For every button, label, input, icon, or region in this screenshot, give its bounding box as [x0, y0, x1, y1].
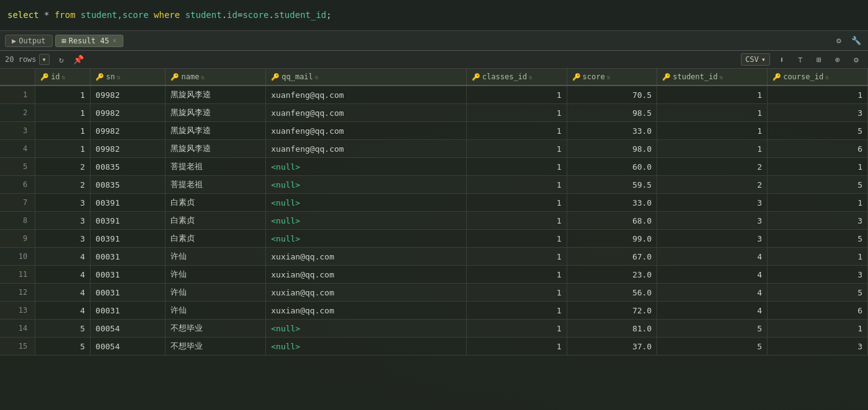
table-cell: <null>	[266, 230, 467, 248]
table-cell: 00031	[91, 248, 166, 266]
table-row[interactable]: 6200835菩提老祖<null>159.525	[0, 176, 868, 194]
table-cell: 5	[768, 176, 868, 194]
table-row[interactable]: 8300391白素贞<null>168.033	[0, 212, 868, 230]
col-header-course[interactable]: 🔑course_id⇅	[768, 69, 868, 85]
table-cell: 黑旋风李逵	[166, 122, 266, 140]
table-row[interactable]: 4109982黑旋风李逵xuanfeng@qq.com198.016	[0, 140, 868, 158]
table-cell: 5	[657, 338, 768, 355]
table-row[interactable]: 12400031许仙xuxian@qq.com156.045	[0, 284, 868, 302]
table-cell: 2	[657, 158, 768, 176]
table-cell: 1	[466, 248, 567, 266]
table-row[interactable]: 15500054不想毕业<null>137.053	[0, 338, 868, 355]
tab-output[interactable]: ▶ Output	[5, 35, 53, 47]
table-cell: 许仙	[166, 266, 266, 284]
wrench-button[interactable]: 🔧	[849, 34, 863, 48]
tab-toolbar: ▶ Output ⊞ Result 45 × ⚙ 🔧	[0, 31, 868, 51]
table-cell: 白素贞	[166, 230, 266, 248]
download-button[interactable]: ⬇	[775, 53, 789, 66]
tab-result45[interactable]: ⊞ Result 45 ×	[55, 35, 123, 47]
table-cell: 1	[466, 302, 567, 320]
table-cell: 1	[768, 194, 868, 212]
table-cell: 00054	[91, 320, 166, 338]
table-cell: 3	[768, 212, 868, 230]
refresh-button[interactable]: ↻	[55, 53, 68, 66]
table-cell: 00054	[91, 338, 166, 355]
table-cell: 白素贞	[166, 194, 266, 212]
results-table-container[interactable]: 🔑id⇅ 🔑sn⇅ 🔑name⇅ 🔑qq_mail⇅ 🔑classes_id⇅	[0, 69, 868, 410]
table-cell: 11	[0, 266, 35, 284]
col-header-classes[interactable]: 🔑classes_id⇅	[466, 69, 567, 85]
table-cell: 9	[0, 230, 35, 248]
results-toolbar: 20 rows ▾ ↻ 📌 CSV ▾ ⬇ ⊤ ⊞ ⊕ ⚙	[0, 51, 868, 69]
table-cell: 59.5	[567, 176, 657, 194]
table-cell: 5	[768, 230, 868, 248]
table-cell: 许仙	[166, 284, 266, 302]
table-cell: 菩提老祖	[166, 176, 266, 194]
table-cell: 菩提老祖	[166, 158, 266, 176]
table-row[interactable]: 1109982黑旋风李逵xuanfeng@qq.com170.511	[0, 85, 868, 104]
col-header-id[interactable]: 🔑id⇅	[35, 69, 91, 85]
key-icon-sn: 🔑	[95, 73, 104, 81]
query-text: select * from student,score where studen…	[7, 8, 332, 22]
settings-button[interactable]: ⚙	[832, 34, 846, 48]
query-editor[interactable]: select * from student,score where studen…	[0, 0, 868, 31]
sort-icon-qqmail: ⇅	[315, 74, 319, 81]
table-row[interactable]: 3109982黑旋风李逵xuanfeng@qq.com133.015	[0, 122, 868, 140]
table-cell: 1	[657, 140, 768, 158]
rows-dropdown[interactable]: ▾	[39, 54, 50, 65]
table-cell: 12	[0, 284, 35, 302]
table-cell: 白素贞	[166, 212, 266, 230]
table-cell: 4	[0, 140, 35, 158]
table-cell: 6	[768, 140, 868, 158]
table-cell: 3	[35, 212, 91, 230]
table-cell: xuanfeng@qq.com	[266, 140, 467, 158]
table-row[interactable]: 13400031许仙xuxian@qq.com172.046	[0, 302, 868, 320]
key-icon-course: 🔑	[773, 73, 781, 81]
table-cell: 33.0	[567, 122, 657, 140]
table-cell: 4	[35, 284, 91, 302]
table-cell: 3	[768, 338, 868, 355]
pin-button[interactable]: 📌	[73, 55, 84, 64]
table-cell: 许仙	[166, 302, 266, 320]
keyword-from: from	[55, 10, 76, 20]
sort-icon-sn: ⇅	[117, 74, 121, 81]
zoom-button[interactable]: ⊕	[831, 53, 844, 66]
table-row[interactable]: 14500054不想毕业<null>181.051	[0, 320, 868, 338]
table-cell: 黑旋风李逵	[166, 85, 266, 104]
table-cell: 1	[466, 104, 567, 122]
col-header-qqmail[interactable]: 🔑qq_mail⇅	[266, 69, 467, 85]
col-header-student[interactable]: 🔑student_id⇅	[657, 69, 768, 85]
table-cell: 4	[657, 248, 768, 266]
keyword-select: select	[7, 10, 39, 20]
table-cell: 5	[768, 122, 868, 140]
table-cell: 00031	[91, 266, 166, 284]
csv-selector[interactable]: CSV ▾	[741, 53, 770, 66]
table-cell: xuxian@qq.com	[266, 248, 467, 266]
chevron-down-icon: ▾	[42, 55, 46, 64]
table-cell: 8	[0, 212, 35, 230]
col-header-sn[interactable]: 🔑sn⇅	[91, 69, 166, 85]
table-row[interactable]: 10400031许仙xuxian@qq.com167.041	[0, 248, 868, 266]
table-cell: 1	[466, 338, 567, 355]
table-row[interactable]: 9300391白素贞<null>199.035	[0, 230, 868, 248]
rows-info: 20 rows ▾	[5, 54, 50, 65]
table-cell: 1	[768, 85, 868, 104]
table-cell: xuanfeng@qq.com	[266, 122, 467, 140]
table-row[interactable]: 2109982黑旋风李逵xuanfeng@qq.com198.513	[0, 104, 868, 122]
col-header-score[interactable]: 🔑score⇅	[567, 69, 657, 85]
table-settings-button[interactable]: ⚙	[849, 53, 863, 66]
columns-button[interactable]: ⊞	[812, 53, 826, 66]
table-body: 1109982黑旋风李逵xuanfeng@qq.com170.511210998…	[0, 85, 868, 355]
filter-button[interactable]: ⊤	[794, 53, 807, 66]
close-tab-icon[interactable]: ×	[113, 37, 117, 44]
table-cell: xuxian@qq.com	[266, 266, 467, 284]
table-cell: 98.5	[567, 104, 657, 122]
table-cell: 09982	[91, 85, 166, 104]
table-row[interactable]: 5200835菩提老祖<null>160.021	[0, 158, 868, 176]
sort-icon-classes: ⇅	[529, 74, 533, 81]
table-row[interactable]: 7300391白素贞<null>133.031	[0, 194, 868, 212]
output-icon: ▶	[12, 37, 16, 45]
table-cell: 2	[0, 104, 35, 122]
col-header-name[interactable]: 🔑name⇅	[166, 69, 266, 85]
table-row[interactable]: 11400031许仙xuxian@qq.com123.043	[0, 266, 868, 284]
